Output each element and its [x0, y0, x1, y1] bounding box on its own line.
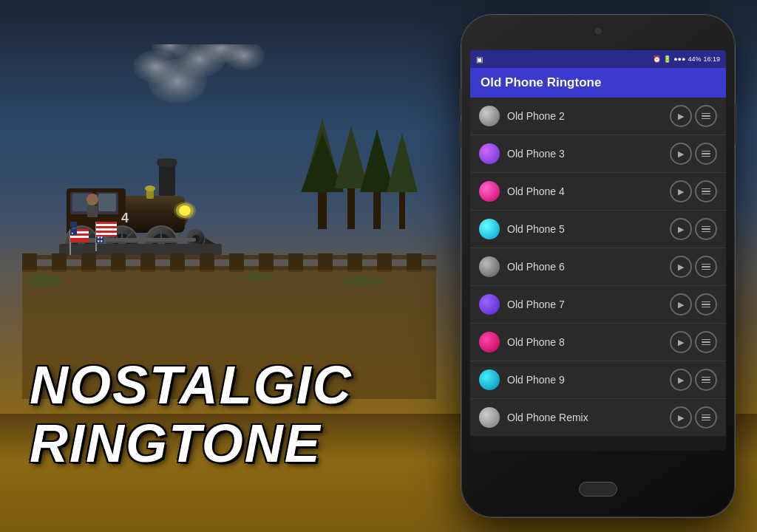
svg-rect-22	[159, 163, 175, 196]
svg-rect-59	[22, 253, 37, 272]
svg-point-91	[26, 275, 63, 287]
ringtone-name: Old Phone 4	[507, 185, 662, 197]
svg-rect-21	[98, 194, 116, 211]
svg-point-92	[244, 273, 274, 282]
menu-button[interactable]	[695, 331, 717, 353]
play-button[interactable]: ▶	[670, 369, 692, 391]
phone-screen: ▣ ⏰ 🔋 ●●● 44% 16:19 Old Phone Ringtone O…	[470, 50, 726, 451]
svg-point-27	[174, 202, 196, 219]
svg-rect-24	[157, 159, 177, 166]
alarm-icon: ⏰	[653, 55, 661, 63]
svg-rect-69	[318, 253, 333, 272]
play-button[interactable]: ▶	[670, 105, 692, 127]
ringtone-name: Old Phone 3	[507, 148, 662, 160]
menu-button[interactable]	[695, 180, 717, 202]
ringtone-dot	[479, 407, 500, 428]
svg-rect-66	[229, 253, 244, 272]
svg-rect-67	[259, 253, 274, 272]
play-button[interactable]: ▶	[670, 406, 692, 429]
ringtone-list: Old Phone 2▶Old Phone 3▶Old Phone 4▶Old …	[470, 98, 726, 436]
play-button[interactable]: ▶	[670, 180, 692, 202]
svg-text:★: ★	[71, 231, 74, 235]
svg-point-29	[145, 185, 155, 191]
ringtone-item: Old Phone 2▶	[470, 98, 726, 135]
menu-button[interactable]	[695, 406, 717, 429]
overlay-line2: RINGTONE	[30, 415, 353, 473]
svg-text:4: 4	[121, 211, 129, 225]
ringtone-actions: ▶	[670, 256, 717, 278]
battery-pct: 44%	[688, 55, 701, 63]
svg-rect-60	[52, 253, 67, 272]
ringtone-dot	[479, 143, 500, 164]
ringtone-item: Old Phone 7▶	[470, 286, 726, 324]
ringtone-actions: ▶	[670, 293, 717, 316]
ringtone-actions: ▶	[670, 369, 717, 391]
ringtone-name: Old Phone 9	[507, 374, 662, 386]
ringtone-name: Old Phone 7	[507, 299, 662, 310]
status-bar: ▣ ⏰ 🔋 ●●● 44% 16:19	[470, 50, 726, 68]
ringtone-dot	[479, 219, 500, 239]
menu-button[interactable]	[695, 218, 717, 240]
status-right: ⏰ 🔋 ●●● 44% 16:19	[653, 55, 720, 63]
ringtone-item: Old Phone 5▶	[470, 211, 726, 248]
status-left: ▣	[476, 55, 483, 64]
ringtone-actions: ▶	[670, 105, 717, 127]
phone-camera	[595, 28, 601, 34]
play-button[interactable]: ▶	[670, 331, 692, 353]
svg-marker-14	[387, 133, 418, 192]
menu-button[interactable]	[695, 105, 717, 127]
play-button[interactable]: ▶	[670, 293, 692, 316]
time-display: 16:19	[703, 55, 720, 63]
svg-rect-64	[170, 253, 185, 272]
phone-frame: ▣ ⏰ 🔋 ●●● 44% 16:19 Old Phone Ringtone O…	[461, 15, 735, 517]
ringtone-dot	[479, 332, 500, 352]
svg-rect-63	[140, 253, 155, 272]
phone-mockup: ▣ ⏰ 🔋 ●●● 44% 16:19 Old Phone Ringtone O…	[461, 15, 735, 517]
svg-rect-56	[59, 244, 222, 255]
signal-icon: ●●●	[673, 55, 685, 63]
ringtone-item: Old Phone 4▶	[470, 173, 726, 211]
phone-volume-down-button	[459, 122, 462, 148]
ringtone-actions: ▶	[670, 331, 717, 353]
ringtone-dot	[479, 106, 500, 126]
ringtone-name: Old Phone 2	[507, 110, 662, 122]
svg-point-93	[340, 276, 384, 286]
ringtone-name: Old Phone 6	[507, 261, 662, 273]
notification-icon: ▣	[476, 55, 483, 64]
svg-point-88	[86, 194, 98, 205]
svg-rect-71	[377, 253, 392, 272]
ringtone-dot	[479, 369, 500, 390]
ringtone-item: Old Phone 6▶	[470, 248, 726, 286]
ringtone-actions: ▶	[670, 143, 717, 165]
svg-rect-61	[81, 253, 96, 272]
ringtone-item: Old Phone 8▶	[470, 324, 726, 361]
svg-rect-89	[87, 205, 98, 217]
ringtone-dot	[479, 294, 500, 315]
play-button[interactable]: ▶	[670, 143, 692, 165]
play-button[interactable]: ▶	[670, 218, 692, 240]
overlay-text: NOSTALGIC RINGTONE	[30, 356, 353, 473]
ringtone-actions: ▶	[670, 180, 717, 202]
battery-icon: 🔋	[663, 55, 671, 63]
app-title: Old Phone Ringtone	[481, 75, 601, 89]
svg-rect-65	[200, 253, 214, 272]
menu-button[interactable]	[695, 143, 717, 165]
svg-rect-84	[70, 236, 89, 238]
svg-point-5	[223, 44, 265, 70]
phone-home-button[interactable]	[579, 482, 617, 497]
ringtone-actions: ▶	[670, 406, 717, 429]
svg-rect-68	[288, 253, 303, 272]
menu-button[interactable]	[695, 293, 717, 316]
overlay-line1: NOSTALGIC	[30, 356, 353, 415]
menu-button[interactable]	[695, 369, 717, 391]
ringtone-dot	[479, 181, 500, 202]
ringtone-name: Old Phone Remix	[507, 412, 662, 423]
svg-rect-75	[96, 224, 117, 226]
ringtone-name: Old Phone 5	[507, 223, 662, 235]
ringtone-actions: ▶	[670, 218, 717, 240]
ringtone-item: Old Phone Remix▶	[470, 399, 726, 436]
svg-rect-85	[70, 222, 77, 228]
phone-volume-up-button	[459, 89, 462, 115]
play-button[interactable]: ▶	[670, 256, 692, 278]
menu-button[interactable]	[695, 256, 717, 278]
